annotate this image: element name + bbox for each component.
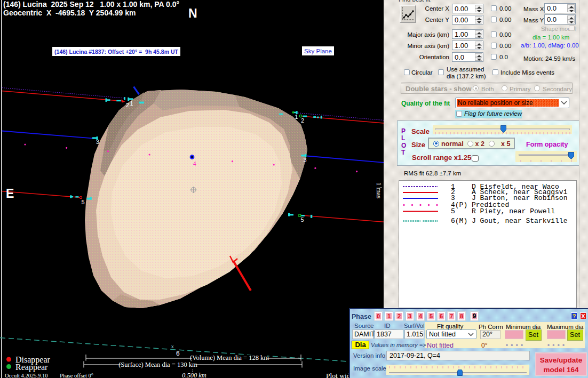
svg-text:Phase offset 0°: Phase offset 0° — [60, 373, 93, 378]
svg-text:(Volume) Mean dia = 128 km: (Volume) Mean dia = 128 km — [190, 354, 269, 361]
svg-text:1 mas: 1 mas — [375, 182, 383, 199]
svg-text:5: 5 — [301, 216, 304, 223]
svg-text:Reappear: Reappear — [15, 363, 48, 372]
svg-text:1: 1 — [295, 114, 298, 120]
svg-text:0.500 km: 0.500 km — [182, 372, 206, 378]
svg-text:Geocentric X -4695.18 Y 250: Geocentric X -4695.18 Y 2504.99 km — [3, 9, 136, 17]
svg-text:x: x — [171, 344, 174, 349]
svg-text:Sky Plane: Sky Plane — [304, 48, 332, 54]
svg-text:2: 2 — [126, 102, 129, 108]
svg-text:E: E — [6, 187, 14, 200]
svg-text:3: 3 — [304, 157, 307, 163]
svg-text:N: N — [188, 6, 197, 20]
svg-text:6: 6 — [176, 350, 180, 357]
svg-text:5: 5 — [82, 199, 85, 205]
svg-text:2: 2 — [301, 117, 304, 124]
svg-text:(146) Lucina 2025 Sep 12 1.: (146) Lucina 2025 Sep 12 1.00 x 1.00 km,… — [3, 0, 179, 9]
svg-text:4: 4 — [193, 161, 196, 167]
svg-text:1: 1 — [130, 100, 133, 107]
svg-text:(146) Lucina #1837: Offset +20: (146) Lucina #1837: Offset +20° = 9h 45.… — [54, 49, 178, 55]
svg-text:Occult 4.2025.9.10: Occult 4.2025.9.10 — [5, 373, 48, 378]
svg-text:(Surface) Mean dia = 130 km: (Surface) Mean dia = 130 km — [118, 361, 197, 368]
svg-text:3: 3 — [96, 139, 99, 145]
